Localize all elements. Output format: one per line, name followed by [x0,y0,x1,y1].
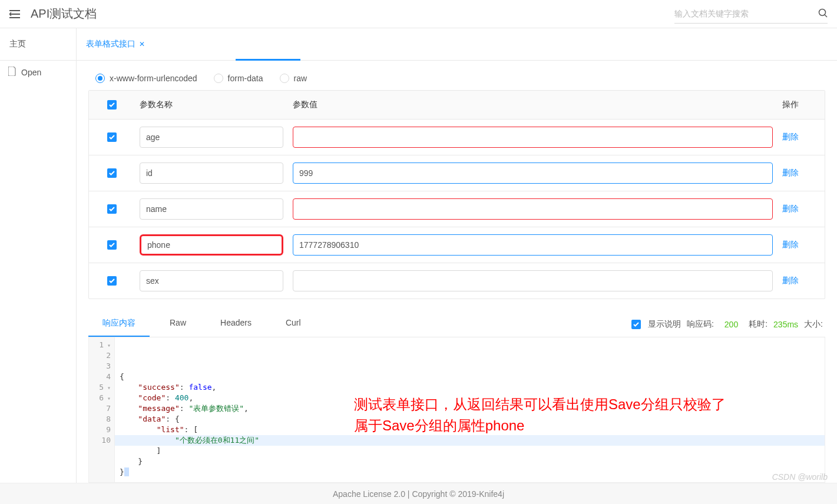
radio-raw[interactable]: raw [280,74,307,83]
resp-code-label: 响应码: [687,319,714,330]
sidebar: 主页 Open [0,28,77,483]
search-field [674,5,828,24]
row-checkbox[interactable] [107,132,117,142]
resp-time-label: 耗时: [749,319,767,330]
header-action: 操作 [778,92,825,117]
footer: Apache License 2.0 | Copyright © 2019-Kn… [0,483,837,504]
tab-response-curl[interactable]: Curl [272,312,315,337]
radio-label: x-www-form-urlencoded [110,74,197,83]
table-row: 删除 [89,120,825,155]
row-checkbox[interactable] [107,276,117,286]
param-name-input[interactable] [140,163,283,184]
tab-label: 表单格式接口 [86,39,135,49]
main-tabs: 表单格式接口 ✕ [77,28,837,61]
resp-size-label: 大小: [804,319,823,330]
show-desc-label: 显示说明 [648,319,681,330]
delete-button[interactable]: 删除 [782,276,799,285]
checkbox-show-desc[interactable] [631,320,641,329]
tab-response-headers[interactable]: Headers [206,312,266,337]
response-bar: 响应内容 Raw Headers Curl 显示说明 响应码: 200 耗时: … [88,312,825,337]
sidebar-tab-home[interactable]: 主页 [0,28,35,60]
delete-button[interactable]: 删除 [782,132,799,141]
param-name-input[interactable] [140,270,283,291]
radio-icon [214,74,223,83]
header-param-value: 参数值 [288,92,778,117]
checkbox-all[interactable] [107,100,117,110]
table-row: 删除 [89,155,825,191]
param-value-input[interactable] [293,234,773,256]
table-row: 删除 [89,227,825,263]
sidebar-item-open[interactable]: Open [0,61,76,84]
radio-label: raw [294,74,307,83]
code-area: { "success": false, "code": 400, "messag… [115,337,825,482]
resp-code-value: 200 [720,317,743,331]
response-editor[interactable]: 12345678910 { "success": false, "code": … [88,337,825,483]
radio-label: form-data [228,74,263,83]
delete-button[interactable]: 删除 [782,168,799,177]
tab-form-interface[interactable]: 表单格式接口 ✕ [77,28,154,60]
document-icon [8,67,16,78]
param-value-input[interactable] [293,163,773,184]
radio-urlencoded[interactable]: x-www-form-urlencoded [95,74,197,83]
page-title: API测试文档 [31,6,97,22]
line-gutter: 12345678910 [89,337,115,482]
param-value-input[interactable] [293,198,773,220]
footer-text: Apache License 2.0 | Copyright © 2019-Kn… [333,489,504,499]
table-row: 删除 [89,191,825,227]
param-name-input[interactable] [140,127,283,148]
top-bar: API测试文档 [0,0,837,28]
menu-toggle-icon[interactable] [9,10,21,18]
search-input[interactable] [674,5,828,24]
row-checkbox[interactable] [107,168,117,178]
tab-response-content[interactable]: 响应内容 [88,312,150,337]
radio-formdata[interactable]: form-data [214,74,263,83]
delete-button[interactable]: 删除 [782,204,799,213]
header-param-name: 参数名称 [135,92,288,117]
response-tabs: 响应内容 Raw Headers Curl [88,312,315,337]
tab-response-raw[interactable]: Raw [156,312,200,337]
resp-time-value: 235ms [773,320,798,329]
sidebar-item-label: Open [21,68,41,77]
param-name-input[interactable] [140,198,283,220]
param-value-input[interactable] [293,127,773,148]
param-value-input[interactable] [293,270,773,291]
delete-button[interactable]: 删除 [782,240,799,249]
radio-icon [280,74,289,83]
table-header: 参数名称 参数值 操作 [89,91,825,120]
param-name-input[interactable] [140,234,283,256]
row-checkbox[interactable] [107,204,117,214]
params-table: 参数名称 参数值 操作 删除删除删除删除删除 [88,90,825,299]
radio-icon [95,74,105,83]
svg-point-0 [819,9,826,15]
row-checkbox[interactable] [107,240,117,250]
close-icon[interactable]: ✕ [139,40,145,48]
search-icon[interactable] [818,8,828,19]
table-row: 删除 [89,263,825,299]
response-info: 显示说明 响应码: 200 耗时: 235ms 大小: [631,317,825,331]
body-type-radios: x-www-form-urlencoded form-data raw [88,70,825,90]
